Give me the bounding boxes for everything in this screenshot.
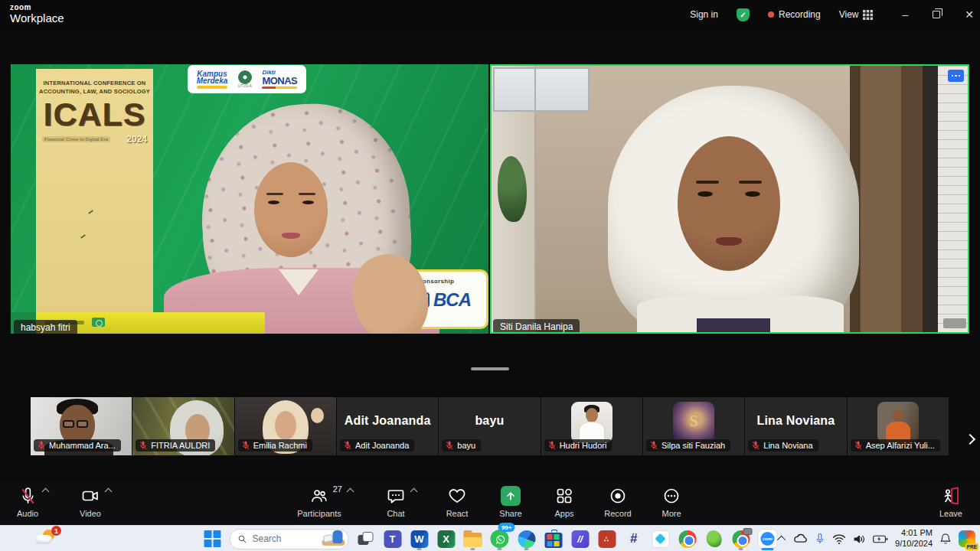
chrome-browser-button[interactable] (678, 527, 697, 550)
hash-app-icon: # (630, 531, 637, 546)
whatsapp-button[interactable]: 99+ (490, 527, 510, 550)
dikti-monas-underline (262, 86, 297, 89)
video-stage: INTERNATIONAL CONFERENCE ON ACCOUNTING, … (0, 29, 980, 481)
background-shadow (923, 66, 938, 332)
file-explorer-button[interactable] (463, 527, 483, 550)
dikti-monas-logo: Dikti MONAS (262, 70, 297, 89)
record-button[interactable]: Record (601, 486, 635, 518)
task-view-button[interactable] (356, 527, 376, 550)
participant-display-name: Lina Noviana (745, 397, 846, 445)
participant-shirt (279, 269, 318, 295)
video-options-chevron-icon[interactable] (105, 488, 113, 496)
zoom-meeting-window: zoom Workplace Sign in ✓ Recording View … (0, 0, 980, 551)
chrome-profile-button[interactable] (731, 527, 751, 550)
hash-app-button[interactable]: # (624, 527, 644, 550)
microsoft-store-button[interactable] (544, 527, 564, 550)
folder-icon (464, 533, 482, 547)
taskbar-clock[interactable]: 4:01 PM 9/10/2024 (895, 528, 933, 549)
more-dot (955, 75, 957, 77)
record-icon (609, 487, 627, 505)
share-screen-icon (501, 486, 521, 506)
poster-year: 2024 (126, 134, 147, 145)
filmstrip-participant[interactable]: Adit Joananda Adit Joananda (337, 397, 438, 455)
edge-browser-button[interactable] (517, 527, 537, 550)
face-detail (716, 237, 742, 246)
video-tile-habsyah-fitri[interactable]: INTERNATIONAL CONFERENCE ON ACCOUNTING, … (11, 64, 488, 334)
word-app-button[interactable]: W (410, 527, 430, 550)
share-screen-button[interactable]: Share (494, 486, 528, 518)
participant-name: bayu (457, 441, 475, 450)
diamond-app-button[interactable] (651, 527, 671, 550)
participant-display-name: bayu (439, 397, 540, 445)
bca-logo-text: BCA (433, 289, 471, 311)
participant-shirt (697, 318, 770, 332)
zoom-app-button[interactable]: zoom (758, 527, 778, 550)
filmstrip-participant[interactable]: Emilia Rachmi (235, 397, 336, 455)
security-shield-icon[interactable]: ✓ (737, 8, 750, 21)
audio-options-chevron-icon[interactable] (41, 488, 49, 496)
chat-button[interactable]: Chat (379, 486, 413, 518)
teams-app-button[interactable]: T (383, 527, 403, 550)
sign-in-button[interactable]: Sign in (690, 9, 718, 20)
zoom-app-icon: zoom (759, 530, 777, 548)
speaker-icon[interactable] (853, 533, 866, 545)
tray-overflow-chevron-icon[interactable] (777, 536, 786, 544)
participants-chevron-icon[interactable] (347, 488, 354, 496)
search-input[interactable] (253, 533, 317, 544)
thumb-detail (586, 408, 598, 422)
excel-app-button[interactable]: X (436, 527, 456, 550)
video-button[interactable]: Video (74, 486, 107, 518)
audio-button[interactable]: Audio (11, 486, 44, 518)
muted-mic-icon (37, 441, 46, 450)
tile-more-options-button[interactable] (948, 70, 964, 82)
filmstrip-participant[interactable]: Lina Noviana Lina Noviana (745, 397, 846, 455)
taskbar-weather-widget[interactable]: 1 (35, 528, 58, 549)
filmstrip-participant[interactable]: Asep Alfarizi Yuli... (848, 397, 949, 455)
chrome-icon (732, 530, 750, 548)
participant-name: Muhammad Ara... (49, 441, 116, 450)
filmstrip-participant[interactable]: Muhammad Ara... (31, 397, 132, 455)
stage-resize-handle[interactable] (471, 367, 509, 370)
participants-filmstrip: Muhammad Ara... FITRIA AULDRI (31, 397, 949, 455)
participant-avatar (673, 402, 714, 443)
minimize-button[interactable]: – (902, 8, 908, 21)
microphone-in-use-icon[interactable] (815, 533, 825, 546)
wifi-icon[interactable] (832, 533, 846, 545)
onedrive-cloud-icon[interactable] (792, 533, 808, 545)
view-button[interactable]: View (839, 9, 874, 20)
filmstrip-participant[interactable]: FITRIA AULDRI (132, 397, 234, 455)
merdeka-text: Merdeka (197, 77, 228, 85)
red-app-button[interactable]: ∴ (597, 527, 617, 550)
filmstrip-next-page-button[interactable] (962, 426, 978, 452)
video-tile-siti-danila-hanipa-active-speaker[interactable]: Siti Danila Hanipa (490, 64, 969, 334)
participant-name: Lina Noviana (763, 441, 812, 450)
thumb-detail (311, 408, 324, 423)
heart-react-icon (448, 487, 466, 505)
purple-app-button[interactable]: // (570, 527, 590, 550)
apps-button[interactable]: Apps (547, 486, 581, 518)
search-icon (238, 534, 247, 544)
chevron-right-icon (965, 434, 975, 445)
face-detail (268, 201, 279, 204)
recording-indicator[interactable]: Recording (768, 9, 821, 20)
more-options-icon (662, 487, 681, 505)
leave-meeting-button[interactable]: Leave (934, 486, 968, 518)
recording-label: Recording (779, 9, 821, 20)
copilot-icon[interactable]: PRE (959, 530, 975, 547)
battery-charging-icon[interactable] (873, 534, 888, 544)
filmstrip-participant[interactable]: bayu bayu (439, 397, 540, 455)
conference-poster: INTERNATIONAL CONFERENCE ON ACCOUNTING, … (36, 69, 153, 315)
notifications-bell-icon[interactable] (939, 533, 952, 546)
filmstrip-participant[interactable]: Hudri Hudori (541, 397, 642, 455)
participants-button[interactable]: 27 Participants (292, 486, 347, 518)
chat-chevron-icon[interactable] (410, 488, 418, 496)
filmstrip-participant[interactable]: Silpa siti Fauziah (643, 397, 744, 455)
taskbar-search-box[interactable] (230, 529, 349, 549)
restore-window-button[interactable] (933, 11, 940, 18)
green-app-button[interactable] (704, 527, 724, 550)
more-button[interactable]: More (655, 486, 688, 518)
close-button[interactable]: ✕ (965, 8, 974, 21)
slash-app-icon: // (571, 530, 589, 548)
start-button[interactable] (203, 527, 223, 550)
react-button[interactable]: React (440, 486, 474, 518)
